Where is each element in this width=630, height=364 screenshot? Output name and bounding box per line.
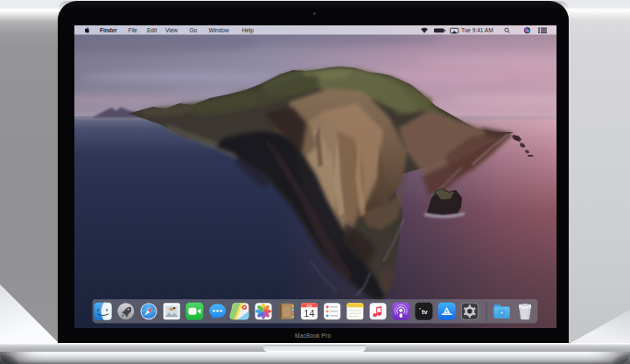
- svg-text:tv: tv: [422, 308, 428, 316]
- svg-text:TUE: TUE: [306, 304, 313, 308]
- svg-text:14: 14: [304, 308, 314, 318]
